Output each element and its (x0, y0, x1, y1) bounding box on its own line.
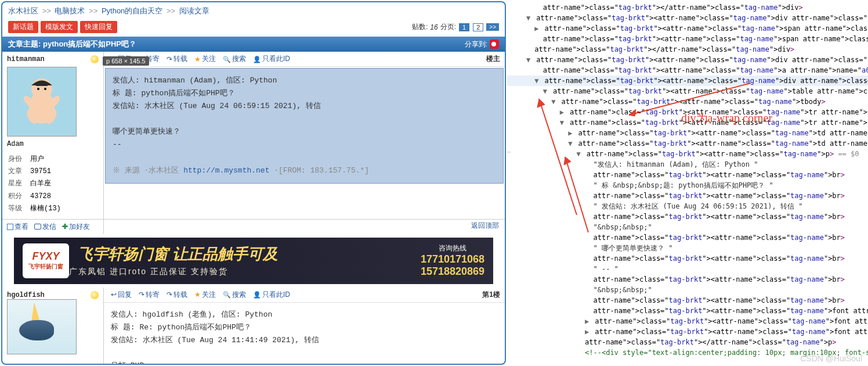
ad-subline: 广东凤铝 进口roto 正品保证 支持验货 (69, 267, 278, 277)
author-info-table: 身份用户 文章39751 星座白羊座 积分43728 等级椽楠(13) (7, 153, 62, 216)
watermark: CSDN @HuiSoul (800, 354, 862, 363)
ad-banner[interactable]: FYXY 飞宇轩扬门窗 飞宇轩扬门窗 让正品触手可及 广东凤铝 进口roto 正… (14, 238, 493, 284)
bc-cat[interactable]: 电脑技术 (55, 6, 85, 15)
page-2[interactable]: 2 (473, 23, 483, 31)
bc-board[interactable]: Python的自由天空 (102, 6, 162, 15)
gutter-dots: ⋯ (507, 149, 512, 155)
author-nick: Adam (7, 140, 99, 148)
search-button[interactable]: 搜索 (220, 290, 248, 300)
page-next[interactable]: >> (486, 23, 499, 31)
template-post-button[interactable]: 模版发文 (41, 21, 78, 33)
share-section: 分享到: (465, 40, 499, 49)
subject-title: python搞后端不如PHP吧？ (43, 39, 136, 49)
page-1[interactable]: 1 (459, 23, 469, 31)
gender-icon (91, 291, 99, 299)
devtools-node[interactable]: ▼ attr-name">class="tag-brkt"><attr-name… (507, 13, 868, 23)
bc-sep: >> (167, 6, 175, 15)
new-topic-button[interactable]: 新话题 (8, 21, 38, 33)
devtools-node[interactable]: " 哪个更简单更快速？ " (507, 243, 868, 253)
table-row: 积分43728 (8, 191, 61, 202)
table-row: 身份用户 (8, 154, 61, 165)
follow-button[interactable]: 关注 (192, 54, 218, 64)
search-icon (223, 290, 231, 299)
post-line: 哪个更简单更快速？ (113, 125, 496, 138)
svg-point-2 (37, 88, 39, 90)
devtools-node[interactable]: ▶ attr-name">class="tag-brkt"><attr-name… (507, 23, 868, 34)
devtools-node[interactable]: ▼ attr-name">class="tag-brkt"><attr-name… (507, 55, 868, 65)
post-line: 发信人: hitmanman (Adam), 信区: Python (113, 74, 496, 87)
author-name[interactable]: hitmanman (7, 55, 45, 63)
devtools-node[interactable]: attr-name">class="tag-brkt"><attr-name">… (507, 253, 868, 264)
post-count-label: 贴数: (412, 22, 428, 32)
svg-line-13 (565, 157, 588, 232)
repost-button[interactable]: 转载 (164, 290, 190, 300)
bc-sep: >> (42, 6, 51, 15)
devtools-node[interactable]: attr-name">class="tag-brkt"><attr-name">… (507, 274, 868, 285)
only-id-button[interactable]: 只看此ID (251, 290, 292, 300)
post-body[interactable]: 发信人: hitmanman (Adam), 信区: Python 标 题: p… (105, 68, 504, 184)
svg-point-3 (44, 88, 46, 90)
only-id-button[interactable]: 只看此ID (251, 54, 292, 64)
ad-headline: 飞宇轩扬门窗 让正品触手可及 (78, 244, 278, 264)
page-label: 分页: (440, 22, 456, 32)
post-reply-1: hgoldfish 回复 转寄 转载 关注 搜索 只看此ID 第1楼 发信人: … (2, 288, 505, 365)
element-inspector-tooltip: p 658 × 145.5 (103, 56, 149, 66)
bc-home[interactable]: 水木社区 (8, 6, 38, 15)
user-actions: 查看 发信 ✚加好友 (2, 220, 104, 234)
reply-button[interactable]: 回复 (108, 290, 134, 300)
devtools-node[interactable]: attr-name">class="tag-brkt"></attr-name"… (507, 44, 868, 55)
view-user-button[interactable]: 查看 (7, 222, 28, 232)
back-top-link[interactable]: 返回顶部 (471, 221, 499, 229)
share-label: 分享到: (465, 40, 487, 49)
post-line: 发信人: hgoldfish (老鱼), 信区: Python (111, 308, 498, 321)
table-row: 星座白羊座 (8, 178, 61, 189)
post-line: -- (113, 138, 496, 151)
search-button[interactable]: 搜索 (220, 54, 248, 64)
message-user-button[interactable]: 发信 (34, 222, 56, 232)
avatar-cartoon-icon (13, 73, 71, 131)
weibo-icon[interactable] (490, 40, 499, 49)
devtools-node[interactable]: ▶ attr-name">class="tag-brkt"><attr-name… (507, 326, 868, 337)
post-content-panel: 回复 转寄 转载 关注 搜索 只看此ID 楼主 发信人: hitmanman (… (104, 52, 505, 219)
follow-button[interactable]: 关注 (192, 290, 218, 300)
star-icon (194, 290, 201, 299)
devtools-node[interactable]: attr-name">class="tag-brkt"><attr-name">… (507, 306, 868, 316)
top-toolbar: 新话题 模版发文 快速回复 贴数: 16 分页: 1 2 >> (2, 20, 505, 37)
msg-icon (34, 224, 41, 229)
devtools-node[interactable]: " -- " (507, 264, 868, 274)
devtools-node[interactable]: attr-name">class="tag-brkt"><attr-name">… (507, 65, 868, 76)
devtools-node[interactable]: attr-name">class="tag-brkt"><attr-name">… (507, 34, 868, 44)
table-row: 文章39751 (8, 166, 61, 177)
post-line: 发信站: 水木社区 (Tue Aug 24 06:59:15 2021), 转信 (113, 100, 496, 113)
person-icon (253, 290, 261, 299)
svg-marker-12 (537, 99, 545, 107)
svg-rect-4 (36, 84, 48, 86)
bc-sep: >> (89, 6, 97, 15)
repost-button[interactable]: 转载 (164, 54, 190, 64)
back-top: 返回顶部 (104, 220, 505, 234)
post-line: 发信站: 水木社区 (Tue Aug 24 11:41:49 2021), 转信 (111, 334, 498, 347)
devtools-node[interactable]: attr-name">class="tag-brkt"></attr-name"… (507, 2, 868, 13)
post-count-value: 16 (430, 23, 437, 31)
add-friend-button[interactable]: ✚加好友 (62, 222, 90, 232)
forward-button[interactable]: 转寄 (136, 290, 162, 300)
devtools-node[interactable]: ▶ attr-name">class="tag-brkt"><attr-name… (507, 316, 868, 326)
floor-label: 第1楼 (482, 290, 500, 300)
author-name[interactable]: hgoldfish (7, 291, 45, 299)
avatar[interactable] (7, 299, 77, 354)
source-link[interactable]: http://m.mysmth.net (183, 166, 269, 175)
devtools-node[interactable]: "&nbsp;&nbsp;" (507, 285, 868, 295)
quick-reply-button[interactable]: 快速回复 (80, 21, 117, 33)
post-content-panel: 回复 转寄 转载 关注 搜索 只看此ID 第1楼 发信人: hgoldfish … (104, 288, 505, 365)
avatar[interactable] (7, 67, 77, 137)
post-toolbar: 回复 转寄 转载 关注 搜索 只看此ID 第1楼 (104, 288, 505, 303)
devtools-node[interactable]: attr-name">class="tag-brkt"></attr-name"… (507, 337, 868, 347)
gender-icon (91, 55, 99, 63)
pager-info: 贴数: 16 分页: 1 2 >> (412, 22, 499, 32)
devtools-node[interactable]: attr-name">class="tag-brkt"><attr-name">… (507, 295, 868, 306)
annotation-text: div为a-wrap corner (681, 110, 772, 126)
devtools-panel[interactable]: ⋯ attr-name">class="tag-brkt"></attr-nam… (507, 0, 868, 366)
subject-prefix: 文章主题: (8, 39, 41, 49)
search-icon (223, 55, 231, 63)
floor-label: 楼主 (486, 54, 500, 64)
